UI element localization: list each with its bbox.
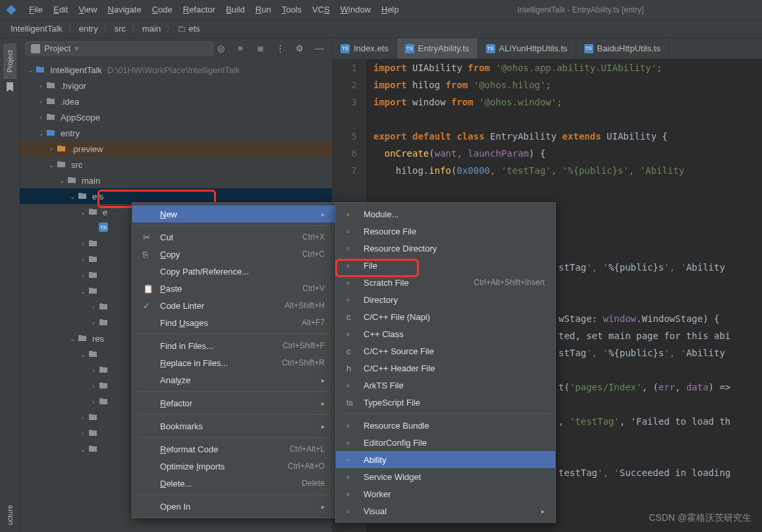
project-icon xyxy=(31,44,40,53)
menu-item-delete-[interactable]: Delete...Delete xyxy=(132,475,335,492)
menu-code[interactable]: Code xyxy=(147,2,178,17)
menu-item-find-usages[interactable]: Find UsagesAlt+F7 xyxy=(132,314,335,331)
menu-item-resource-file[interactable]: ▫Resource File xyxy=(336,223,555,240)
c-icon: c xyxy=(346,346,358,356)
ts-file-icon: TS xyxy=(405,44,414,53)
code-overlay: stTag', '%{public}s', 'Ability wStage: w… xyxy=(558,259,730,481)
window-title: IntelligentTalk - EntryAbility.ts [entry… xyxy=(404,5,757,14)
✓-icon: ✓ xyxy=(143,301,155,311)
structure-tool-tab[interactable]: ucture xyxy=(3,498,16,532)
menu-item-new[interactable]: New▸ xyxy=(132,205,335,223)
menu-item-editorconfig-file[interactable]: ▫EditorConfig File xyxy=(336,434,555,451)
menu-item-find-in-files-[interactable]: Find in Files...Ctrl+Shift+F xyxy=(132,337,335,354)
svg-text:TS: TS xyxy=(100,225,107,230)
menu-item-directory[interactable]: ▫Directory xyxy=(336,291,555,308)
menu-item-arkts-file[interactable]: ▫ArkTS File xyxy=(336,377,555,394)
crumb-entry[interactable]: entry xyxy=(79,24,98,34)
visual-icon: ▫ xyxy=(346,506,358,516)
menu-tools[interactable]: Tools xyxy=(277,2,307,17)
menu-item-worker[interactable]: ▫Worker xyxy=(336,485,555,502)
context-menu-primary: New▸✂CutCtrl+X⎘CopyCtrl+CCopy Path/Refer… xyxy=(132,202,336,518)
menu-item-ability[interactable]: ▫Ability xyxy=(336,451,555,468)
bundle-icon: ▫ xyxy=(346,421,358,431)
watermark: CSDN @霍格沃茨研究生 xyxy=(649,512,751,524)
menubar: FileEditViewNavigateCodeRefactorBuildRun… xyxy=(0,0,762,20)
tab-EntryAbility.ts[interactable]: TSEntryAbility.ts xyxy=(397,38,478,59)
menu-item-cut[interactable]: ✂CutCtrl+X xyxy=(132,228,335,246)
menu-item-module-[interactable]: ▫Module... xyxy=(336,205,555,223)
widget-icon: ▫ xyxy=(346,472,358,482)
menu-item-bookmarks[interactable]: Bookmarks▸ xyxy=(132,417,335,435)
ts-file-icon: TS xyxy=(584,44,593,53)
menu-item-reformat-code[interactable]: Reformat CodeCtrl+Alt+L xyxy=(132,440,335,458)
cpp-icon: ▫ xyxy=(346,329,358,339)
📋-icon: 📋 xyxy=(143,284,155,294)
menu-item-service-widget[interactable]: ▫Service Widget xyxy=(336,468,555,485)
tree-item[interactable]: ›.hvigor xyxy=(20,78,332,93)
crumb-ets[interactable]: ets xyxy=(188,24,200,34)
crumb-main[interactable]: main xyxy=(142,24,161,34)
menu-item-analyze[interactable]: Analyze▸ xyxy=(132,371,335,388)
tree-item[interactable]: ›.preview xyxy=(20,141,332,157)
expand-icon[interactable]: ≡ xyxy=(233,41,248,56)
menu-item-resource-directory[interactable]: ▫Resource Directory xyxy=(336,240,555,257)
worker-icon: ▫ xyxy=(346,489,358,499)
folder-icon: ▫ xyxy=(346,295,358,305)
bookmark-icon[interactable] xyxy=(5,82,15,92)
menu-item-replace-in-files-[interactable]: Replace in Files...Ctrl+Shift+R xyxy=(132,354,335,371)
tree-item[interactable]: ⌄main xyxy=(20,173,332,188)
menu-item-typescript-file[interactable]: tsTypeScript File xyxy=(336,394,555,411)
crumb-IntelligentTalk[interactable]: IntelligentTalk xyxy=(11,24,63,34)
breadcrumb: IntelligentTalk〉entry〉src〉main〉🗀ets xyxy=(0,20,762,38)
menu-window[interactable]: Window xyxy=(335,2,376,17)
project-tool-tab[interactable]: Project xyxy=(3,43,16,79)
menu-item-c-class[interactable]: ▫C++ Class xyxy=(336,325,555,342)
tree-item[interactable]: ⌄IntelligentTalkD:\01HW\WorkPlace\Intell… xyxy=(20,62,332,78)
menu-item-code-linter[interactable]: ✓Code LinterAlt+Shift+H xyxy=(132,297,335,314)
ability-icon: ▫ xyxy=(346,455,358,465)
gear-icon[interactable]: ⚙ xyxy=(292,41,307,56)
menu-refactor[interactable]: Refactor xyxy=(178,2,221,17)
editor-tabs: TSIndex.etsTSEntryAbility.tsTSALiYunHttp… xyxy=(333,38,762,59)
menu-file[interactable]: File xyxy=(24,2,48,17)
tree-item[interactable]: ⌄entry xyxy=(20,125,332,141)
tree-item[interactable]: ›AppScope xyxy=(20,109,332,125)
tab-Index.ets[interactable]: TSIndex.ets xyxy=(333,38,397,59)
menu-item-c-c-header-file[interactable]: hC/C++ Header File xyxy=(336,359,555,377)
menu-item-scratch-file[interactable]: ▫Scratch FileCtrl+Alt+Shift+Insert xyxy=(336,274,555,291)
collapse-icon[interactable]: ≣ xyxy=(253,41,267,56)
app-logo-icon xyxy=(5,4,17,16)
menu-item-c-c-source-file[interactable]: cC/C++ Source File xyxy=(336,342,555,359)
tree-item[interactable]: ›.idea xyxy=(20,93,332,109)
menu-item-refactor[interactable]: Refactor▸ xyxy=(132,394,335,412)
menu-view[interactable]: View xyxy=(73,2,102,17)
config-icon: ▫ xyxy=(346,438,358,448)
hide-icon[interactable]: — xyxy=(312,41,327,56)
menu-item-paste[interactable]: 📋PasteCtrl+V xyxy=(132,280,335,297)
menu-item-open-in[interactable]: Open In▸ xyxy=(132,498,335,515)
menu-item-file[interactable]: ▫File xyxy=(336,257,555,274)
left-sidebar: Project ucture xyxy=(0,38,20,532)
target-icon[interactable]: ◎ xyxy=(213,41,228,56)
file-icon: ▫ xyxy=(346,226,358,236)
menu-item-visual[interactable]: ▫Visual▸ xyxy=(336,502,555,519)
menu-vcs[interactable]: VCS xyxy=(307,2,335,17)
menu-edit[interactable]: Edit xyxy=(48,2,73,17)
ets-icon: ▫ xyxy=(346,381,358,390)
menu-run[interactable]: Run xyxy=(250,2,277,17)
ts-file-icon: TS xyxy=(486,44,495,53)
menu-item-optimize-imports[interactable]: Optimize ImportsCtrl+Alt+O xyxy=(132,458,335,475)
module-icon: ▫ xyxy=(346,209,358,219)
tree-item[interactable]: ⌄src xyxy=(20,157,332,173)
menu-item-c-c-file-napi-[interactable]: cC/C++ File (Napi) xyxy=(336,308,555,325)
tab-ALiYunHttpUtils.ts[interactable]: TSALiYunHttpUtils.ts xyxy=(478,38,576,59)
panel-title-dropdown[interactable]: Project ▾ xyxy=(25,41,213,55)
menu-navigate[interactable]: Navigate xyxy=(102,2,146,17)
menu-item-copy-path-reference-[interactable]: Copy Path/Reference... xyxy=(132,263,335,280)
crumb-src[interactable]: src xyxy=(115,24,126,34)
tab-BaiduHttpUtils.ts[interactable]: TSBaiduHttpUtils.ts xyxy=(576,38,669,59)
menu-help[interactable]: Help xyxy=(376,2,404,17)
menu-build[interactable]: Build xyxy=(221,2,250,17)
menu-item-copy[interactable]: ⎘CopyCtrl+C xyxy=(132,246,335,263)
menu-item-resource-bundle[interactable]: ▫Resource Bundle xyxy=(336,417,555,434)
